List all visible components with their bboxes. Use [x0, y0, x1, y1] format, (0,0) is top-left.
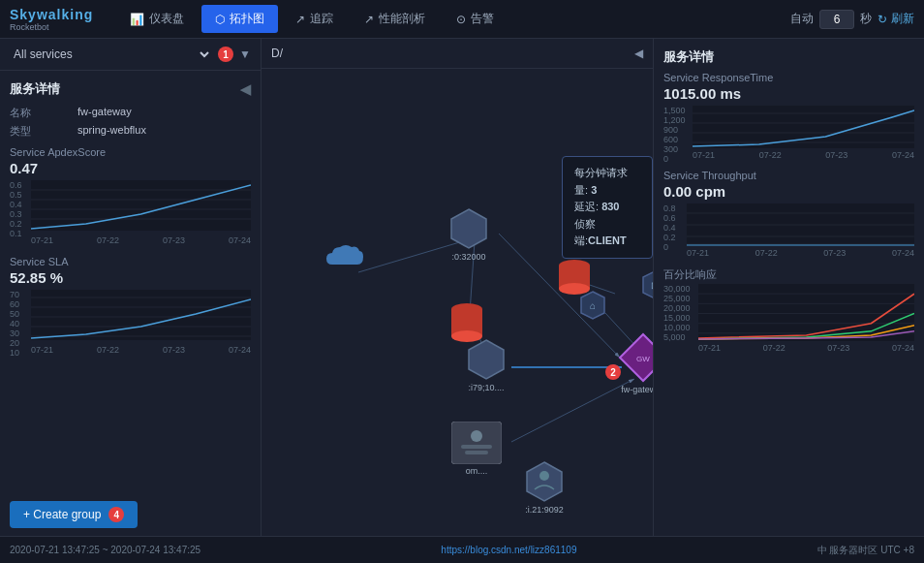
svg-marker-39: [469, 340, 504, 379]
nav-item-alert[interactable]: ⊙ 告警: [443, 5, 508, 33]
bottom-bar: 2020-07-21 13:47:25 ~ 2020-07-24 13:47:2…: [0, 536, 924, 563]
left-inner: 服务详情 ◀ 名称 fw-gateway 类型 spring-webflux S…: [0, 71, 261, 536]
sla-chart: 70605040302010 07-2107-2207-: [10, 290, 251, 358]
center-panel: D/ ◀: [262, 39, 653, 536]
node-21-9092[interactable]: :i.21:9092: [523, 460, 566, 515]
node-hex1[interactable]: ⌂: [577, 290, 608, 321]
apdex-section: Service ApdexScore 0.47 0.60.50.40.30.20…: [10, 146, 251, 248]
percent-response-chart: 30,00025,00020,00015,00010,0005,000: [663, 284, 914, 357]
main-layout: All services 1 ▼ 服务详情 ◀ 名称 fw-gateway 类型…: [0, 39, 924, 536]
nav-items: 📊 仪表盘 ⬡ 拓扑图 ↗ 追踪 ↗ 性能剖析 ⊙ 告警: [116, 5, 790, 33]
service-select[interactable]: All services: [10, 47, 212, 62]
refresh-label: 刷新: [891, 11, 914, 27]
node-i79[interactable]: :i79;10....: [465, 338, 508, 392]
chevron-down-icon: ▼: [239, 47, 251, 61]
fw-gateway-label: fw-gateway: [621, 385, 653, 394]
percent-response-label: 百分比响应: [663, 267, 914, 282]
throughput-label: Service Throughput: [663, 170, 914, 181]
node-32000-label: :0:32000: [451, 252, 485, 262]
chevron-left-icon[interactable]: ◀: [634, 47, 643, 60]
node-i79-label: :i79;10....: [468, 383, 504, 392]
auto-label: 自动: [790, 11, 814, 27]
node-cloud2[interactable]: [324, 241, 363, 274]
svg-rect-42: [461, 445, 492, 449]
topology-header: D/ ◀: [262, 39, 653, 69]
nav-label-alert: 告警: [471, 11, 494, 27]
apdex-chart-area: [31, 180, 251, 231]
nav-item-topology[interactable]: ⬡ 拓扑图: [201, 5, 278, 33]
create-group-button[interactable]: + Create group 4: [10, 501, 138, 528]
nav-right: 自动 6 秒 ↻ 刷新: [790, 10, 914, 29]
create-group-label: + Create group: [23, 508, 101, 521]
sla-chart-area: [31, 290, 251, 340]
node-21-9092-label: :i.21:9092: [525, 505, 564, 515]
service-selector[interactable]: All services 1 ▼: [0, 39, 261, 71]
app-title: Skywalking: [10, 7, 97, 22]
svg-text:⌂: ⌂: [590, 300, 596, 311]
node-32000[interactable]: :0:32000: [447, 207, 490, 262]
top-nav: Skywalking Rocketbot 📊 仪表盘 ⬡ 拓扑图 ↗ 追踪 ↗ …: [0, 0, 924, 39]
seconds-input[interactable]: 6: [819, 10, 854, 29]
apdex-chart: 0.60.50.40.30.20.1 07-2107-2207-2307-24: [10, 180, 251, 248]
sla-title: Service SLA: [10, 256, 251, 267]
svg-rect-43: [465, 451, 488, 454]
field-name: 名称 fw-gateway: [10, 106, 251, 120]
left-panel: All services 1 ▼ 服务详情 ◀ 名称 fw-gateway 类型…: [0, 39, 262, 536]
time-range: 2020-07-21 13:47:25 ~ 2020-07-24 13:47:2…: [10, 545, 200, 555]
nav-label-trace: 追踪: [310, 11, 333, 27]
nav-label-performance: 性能剖析: [379, 11, 425, 27]
tooltip-line-2: 延迟: 830: [574, 199, 640, 216]
topology-icon: ⬡: [215, 13, 225, 26]
trace-icon: ↗: [295, 13, 305, 26]
logo-area: Skywalking Rocketbot: [10, 7, 97, 32]
response-time-label: Service ResponseTime: [663, 72, 914, 83]
nav-item-dashboard[interactable]: 📊 仪表盘: [116, 5, 198, 33]
node-om[interactable]: om....: [451, 422, 502, 476]
refresh-button[interactable]: ↻ 刷新: [878, 11, 914, 27]
apdex-y-labels: 0.60.50.40.30.20.1: [10, 180, 31, 231]
apdex-value: 0.47: [10, 160, 251, 176]
right-panel: 服务详情 Service ResponseTime 1015.00 ms 1,5…: [653, 39, 924, 536]
sla-y-labels: 70605040302010: [10, 290, 31, 340]
apdex-title: Service ApdexScore: [10, 146, 251, 158]
response-time-chart: 1,5001,2009006003000 07-2107-2207-2307-2…: [663, 106, 914, 164]
sla-section: Service SLA 52.85 % 70605040302010: [10, 256, 251, 358]
collapse-btn[interactable]: ◀: [240, 81, 251, 97]
nav-item-trace[interactable]: ↗ 追踪: [282, 5, 347, 33]
svg-point-41: [471, 430, 482, 442]
app-subtitle: Rocketbot: [10, 22, 97, 32]
svg-text:GW: GW: [636, 355, 650, 363]
sla-value: 52.85 %: [10, 269, 251, 286]
tooltip-line-1: 每分钟请求量: 3: [574, 165, 640, 199]
node-om-label: om....: [466, 466, 488, 476]
refresh-icon: ↻: [878, 13, 887, 26]
topology-canvas[interactable]: 每分钟请求量: 3 延迟: 830 侦察端:CLIENT 3 2: [262, 69, 653, 531]
node-hex2[interactable]: ⊞: [639, 269, 653, 300]
badge-2: 2: [605, 364, 621, 380]
nav-item-performance[interactable]: ↗ 性能剖析: [351, 5, 439, 33]
topology-title: D/: [271, 47, 283, 60]
node-fw-gateway[interactable]: GW fw-gateway: [618, 332, 653, 394]
nav-label-dashboard: 仪表盘: [149, 11, 184, 27]
create-group-badge: 4: [108, 507, 124, 522]
service-detail-title: 服务详情 ◀: [10, 80, 251, 98]
dashboard-icon: 📊: [130, 13, 144, 26]
topology-tooltip: 每分钟请求量: 3 延迟: 830 侦察端:CLIENT: [562, 156, 653, 259]
response-time-value: 1015.00 ms: [663, 85, 914, 102]
service-badge: 1: [218, 47, 233, 62]
throughput-value: 0.00 cpm: [663, 183, 914, 200]
svg-line-19: [511, 379, 634, 442]
link: https://blog.csdn.net/lizz861109: [441, 545, 576, 555]
timezone: 中 服务器时区 UTC +8: [817, 544, 914, 557]
nav-label-topology: 拓扑图: [230, 11, 264, 27]
svg-rect-40: [451, 422, 502, 464]
svg-point-45: [539, 471, 549, 481]
apdex-x-labels: 07-2107-2207-2307-24: [31, 233, 251, 248]
svg-marker-44: [527, 462, 562, 501]
field-type: 类型 spring-webflux: [10, 124, 251, 139]
sla-x-labels: 07-2107-2207-2307-24: [31, 342, 251, 358]
right-section-title: 服务详情: [663, 48, 914, 66]
tooltip-line-3: 侦察端:CLIENT: [574, 216, 640, 250]
seconds-label: 秒: [860, 11, 872, 27]
throughput-chart: 0.80.60.40.20 07-2107-2207-2307-24: [663, 203, 914, 262]
